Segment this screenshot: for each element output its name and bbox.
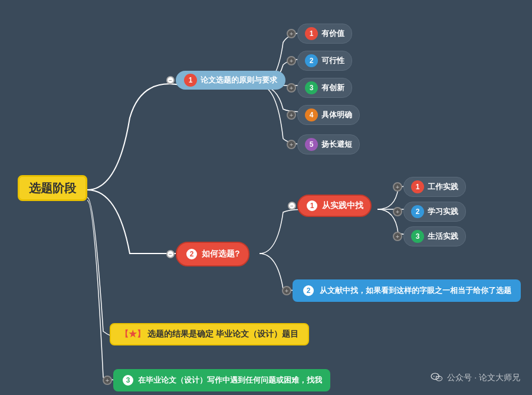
leaf1-1-container: + 1 有价值 (294, 24, 349, 44)
bottom1-label: 选题的结果是确定 毕业论文（设计）题目 (147, 329, 298, 340)
branch2-label: 如何选题? (202, 249, 240, 259)
sub22-container: + 2 从文献中找，如果看到这样的字眼之一相当于给你了选题 (289, 279, 517, 302)
watermark: 公众号 · 论文大师兄 (431, 371, 520, 384)
sub21-collapse-btn[interactable]: − (288, 202, 296, 210)
branch2-node[interactable]: 2 如何选题? (176, 242, 249, 266)
svg-point-5 (440, 378, 441, 378)
sub22-badge: 2 (302, 284, 315, 297)
leaf21-2-label: 学习实践 (428, 206, 458, 217)
branch1-collapse-btn[interactable]: − (166, 76, 175, 84)
root-label: 选题阶段 (29, 180, 76, 196)
sub22-expand[interactable]: + (282, 286, 291, 295)
leaf21-2-badge: 2 (411, 205, 424, 218)
sub22-node[interactable]: 2 从文献中找，如果看到这样的字眼之一相当于给你了选题 (293, 279, 521, 302)
leaf1-2-label: 可行性 (321, 55, 344, 66)
leaf1-3-expand[interactable]: + (287, 83, 296, 93)
leaf1-5-label: 扬长避短 (321, 139, 352, 150)
leaf21-3-badge: 3 (411, 230, 424, 243)
leaf21-3-label: 生活实践 (428, 231, 458, 242)
leaf1-3-container: + 3 有创新 (294, 78, 349, 98)
leaf1-2-container: + 2 可行性 (294, 51, 349, 71)
leaf1-4-label: 具体明确 (321, 110, 352, 120)
bottom2-node[interactable]: 3 在毕业论文（设计）写作中遇到任何问题或困难，找我 (113, 369, 330, 391)
leaf1-2-node[interactable]: 2 可行性 (297, 51, 352, 71)
leaf1-5-container: + 5 扬长避短 (294, 134, 356, 154)
bottom2-label: 在毕业论文（设计）写作中遇到任何问题或困难，找我 (138, 375, 322, 386)
bottom2-container: + 3 在毕业论文（设计）写作中遇到任何问题或困难，找我 (110, 369, 327, 391)
leaf1-5-expand[interactable]: + (287, 140, 296, 149)
branch1-label: 论文选题的原则与要求 (201, 75, 277, 85)
branch1-container: − 1 论文选题的原则与要求 (172, 71, 282, 90)
watermark-text: 公众号 · 论文大师兄 (447, 373, 520, 383)
root-node[interactable]: 选题阶段 (18, 175, 87, 201)
leaf1-5-node[interactable]: 5 扬长避短 (297, 134, 360, 154)
leaf21-2-expand[interactable]: + (393, 207, 402, 216)
branch2-container: − 2 如何选题? (172, 242, 246, 266)
leaf1-3-label: 有创新 (321, 83, 344, 93)
leaf1-4-expand[interactable]: + (287, 110, 296, 120)
leaf21-1-node[interactable]: 1 工作实践 (403, 177, 466, 197)
mind-map: 选题阶段 − 1 论文选题的原则与要求 + 1 有价值 + 2 可行性 + 3 … (0, 0, 532, 395)
leaf1-2-expand[interactable]: + (287, 56, 296, 65)
svg-point-4 (438, 378, 438, 378)
star-icon: 【★】 (120, 329, 145, 340)
leaf1-1-label: 有价值 (321, 28, 344, 39)
leaf1-1-node[interactable]: 1 有价值 (297, 24, 352, 44)
leaf1-3-badge: 3 (305, 81, 318, 94)
sub21-node[interactable]: 1 从实践中找 (297, 195, 372, 217)
leaf21-1-badge: 1 (411, 180, 424, 193)
leaf1-5-badge: 5 (305, 138, 318, 151)
leaf1-2-badge: 2 (305, 54, 318, 67)
leaf1-4-container: + 4 具体明确 (294, 105, 356, 125)
leaf21-1-label: 工作实践 (428, 182, 458, 192)
leaf21-2-node[interactable]: 2 学习实践 (403, 202, 466, 222)
sub21-label: 从实践中找 (322, 200, 363, 211)
leaf21-2-container: + 2 学习实践 (400, 202, 462, 222)
leaf1-4-badge: 4 (305, 108, 318, 121)
branch2-collapse-btn[interactable]: − (166, 250, 175, 258)
leaf21-1-expand[interactable]: + (393, 182, 402, 192)
bottom2-badge: 3 (121, 374, 134, 387)
bottom1-node[interactable]: 【★】 选题的结果是确定 毕业论文（设计）题目 (110, 323, 309, 345)
leaf1-4-node[interactable]: 4 具体明确 (297, 105, 360, 125)
svg-point-1 (434, 376, 435, 377)
sub21-badge: 1 (306, 199, 318, 212)
bottom1-container: 【★】 选题的结果是确定 毕业论文（设计）题目 (110, 323, 309, 345)
leaf1-3-node[interactable]: 3 有创新 (297, 78, 352, 98)
leaf1-1-badge: 1 (305, 27, 318, 40)
leaf21-3-expand[interactable]: + (393, 232, 402, 241)
sub21-container: − 1 从实践中找 (294, 195, 368, 217)
wechat-icon (431, 371, 444, 384)
sub22-label: 从文献中找，如果看到这样的字眼之一相当于给你了选题 (320, 285, 511, 296)
branch2-badge: 2 (185, 248, 198, 261)
leaf1-1-expand[interactable]: + (287, 29, 296, 38)
leaf21-3-container: + 3 生活实践 (400, 226, 462, 246)
bottom2-expand[interactable]: + (103, 376, 112, 385)
leaf21-1-container: + 1 工作实践 (400, 177, 462, 197)
branch1-badge: 1 (184, 74, 197, 87)
leaf21-3-node[interactable]: 3 生活实践 (403, 226, 466, 246)
branch1-node[interactable]: 1 论文选题的原则与要求 (176, 71, 285, 90)
